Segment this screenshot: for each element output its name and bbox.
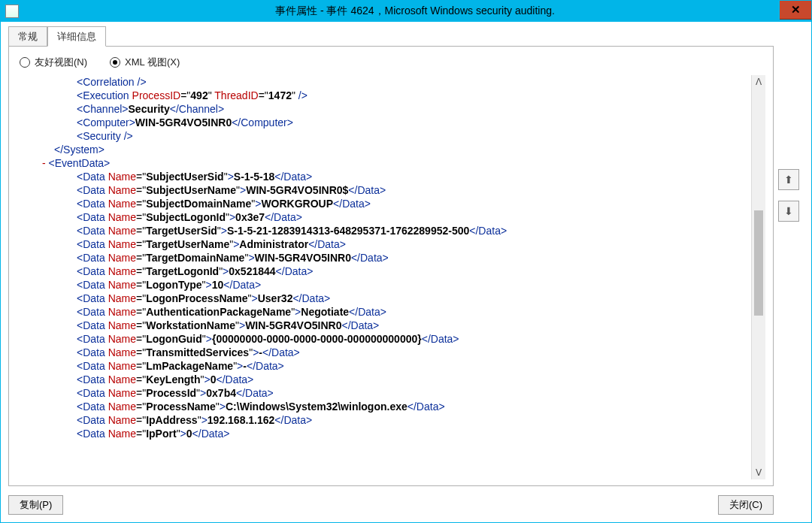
window-title: 事件属性 - 事件 4624，Microsoft Windows securit…: [19, 5, 811, 18]
xml-pane-wrap: <Correlation /><Execution ProcessID="492…: [17, 75, 765, 479]
xml-pane[interactable]: <Correlation /><Execution ProcessID="492…: [17, 75, 751, 479]
tab-details[interactable]: 详细信息: [47, 26, 106, 47]
tab-strip: 常规 详细信息: [8, 26, 774, 46]
arrow-up-icon: ⬆: [784, 174, 793, 186]
window-close-button[interactable]: ✕: [780, 1, 811, 20]
scroll-up-arrow[interactable]: ᐱ: [752, 75, 765, 89]
next-event-button[interactable]: ⬇: [778, 201, 799, 222]
event-nav: ⬆ ⬇: [774, 26, 804, 515]
radio-xml-view[interactable]: XML 视图(X): [110, 56, 180, 69]
copy-button[interactable]: 复制(P): [8, 495, 63, 515]
radio-friendly-label: 友好视图(N): [35, 56, 87, 69]
view-mode-row: 友好视图(N) XML 视图(X): [17, 53, 765, 75]
radio-friendly-view[interactable]: 友好视图(N): [20, 56, 87, 69]
dialog-button-bar: 复制(P) 关闭(C): [8, 486, 774, 515]
scroll-thumb[interactable]: [754, 210, 763, 316]
prev-event-button[interactable]: ⬆: [778, 169, 799, 190]
window: 事件属性 - 事件 4624，Microsoft Windows securit…: [0, 0, 812, 523]
radio-icon-checked: [110, 57, 120, 68]
details-panel: 友好视图(N) XML 视图(X) <Correlation /><Execut…: [8, 46, 774, 486]
radio-xml-label: XML 视图(X): [125, 56, 180, 69]
tab-general[interactable]: 常规: [8, 26, 47, 47]
vertical-scrollbar[interactable]: ᐱ ᐯ: [751, 75, 765, 479]
close-icon: ✕: [791, 3, 801, 17]
arrow-down-icon: ⬇: [784, 205, 793, 217]
radio-icon: [20, 57, 30, 68]
titlebar[interactable]: 事件属性 - 事件 4624，Microsoft Windows securit…: [1, 1, 811, 22]
scroll-down-arrow[interactable]: ᐯ: [752, 466, 765, 479]
app-icon: [5, 5, 19, 18]
content-area: 常规 详细信息 友好视图(N) XML 视图(X): [1, 22, 811, 522]
close-button[interactable]: 关闭(C): [718, 495, 774, 515]
